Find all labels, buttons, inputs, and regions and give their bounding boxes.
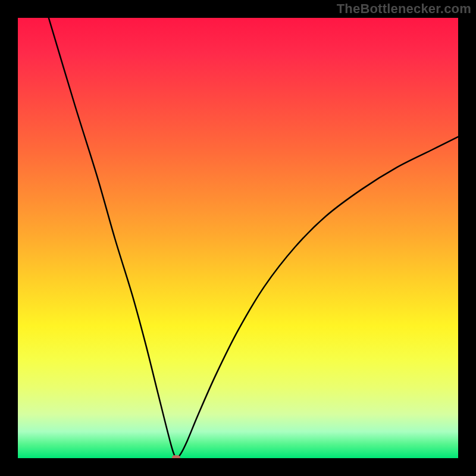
chart-frame: TheBottlenecker.com — [0, 0, 476, 476]
plot-area — [18, 18, 458, 458]
watermark-text: TheBottlenecker.com — [337, 1, 471, 17]
bottleneck-curve — [18, 18, 458, 458]
optimum-marker — [172, 455, 180, 458]
